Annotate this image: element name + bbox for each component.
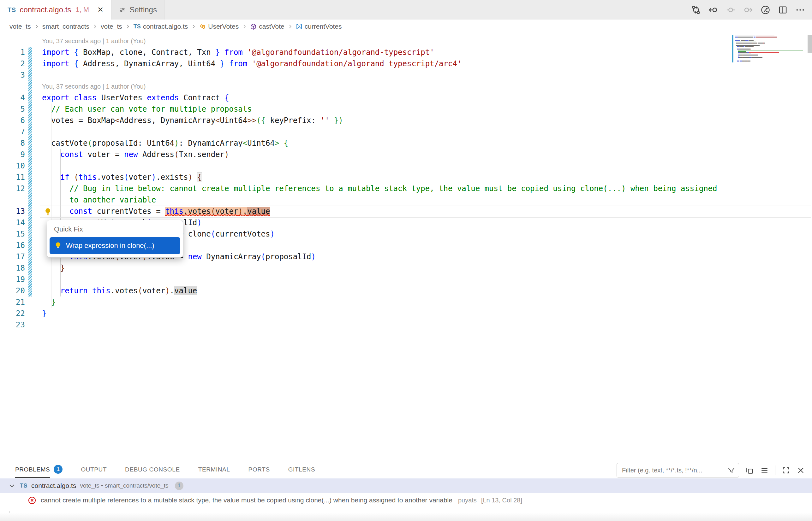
- maximize-panel-icon[interactable]: [782, 466, 790, 475]
- minimap-bar: [757, 57, 762, 58]
- error-squiggle-span: this.votes(voter).value: [165, 207, 270, 216]
- tab-title: Settings: [129, 5, 157, 14]
- minimap[interactable]: [732, 34, 807, 460]
- code-line[interactable]: 23: [0, 319, 732, 331]
- code-line[interactable]: 12 // Bug in line below: cannot create m…: [0, 183, 732, 194]
- problems-filter-input[interactable]: [621, 467, 725, 474]
- code-text: castVote(proposalId: Uint64): DynamicArr…: [42, 137, 288, 149]
- split-editor-icon[interactable]: [778, 5, 788, 15]
- run-or-debug-icon[interactable]: [761, 5, 770, 15]
- more-actions-icon[interactable]: [795, 5, 805, 15]
- code-text: You, 37 seconds ago | 1 author (You): [42, 35, 146, 47]
- line-number: 3: [0, 69, 25, 81]
- problems-filter[interactable]: [617, 463, 739, 477]
- code-line[interactable]: 20 return this.votes(voter).value: [0, 285, 732, 296]
- code-line[interactable]: 3: [0, 69, 732, 81]
- code-line[interactable]: 11 if (this.votes(voter).exists) {: [0, 172, 732, 183]
- blame-annotation-row[interactable]: You, 37 seconds ago | 1 author (You): [0, 35, 732, 47]
- minimap-bar: [738, 52, 740, 53]
- breadcrumb-item-class[interactable]: UserVotes: [199, 23, 239, 30]
- view-as-table-icon[interactable]: [760, 466, 769, 475]
- minimap-bar: [736, 42, 756, 42]
- problems-count-badge: 1: [54, 465, 63, 474]
- navigate-back-icon[interactable]: [708, 5, 718, 15]
- tab-settings[interactable]: Settings: [111, 0, 165, 20]
- breadcrumb-item-method[interactable]: castVote: [250, 23, 284, 30]
- panel-tab-gitlens[interactable]: GITLENS: [288, 461, 315, 478]
- code-line[interactable]: 21 }: [0, 296, 732, 308]
- panel-tab-ports[interactable]: PORTS: [249, 461, 270, 478]
- code-line[interactable]: 22}: [0, 308, 732, 319]
- settings-sliders-icon: [119, 7, 126, 13]
- minimap-bar: [743, 43, 752, 43]
- blame-annotation-row[interactable]: You, 37 seconds ago | 1 author (You): [0, 81, 732, 92]
- close-panel-icon[interactable]: [796, 466, 805, 475]
- breadcrumb-item[interactable]: vote_ts: [9, 23, 31, 30]
- code-line[interactable]: to another variable: [0, 194, 732, 206]
- panel-tab-output[interactable]: OUTPUT: [81, 461, 107, 478]
- code-line[interactable]: 2import { Address, DynamicArray, Uint64 …: [0, 58, 732, 69]
- code-text: export class UserVotes extends Contract …: [42, 92, 229, 104]
- problems-file-path: vote_ts • smart_contracts/vote_ts: [80, 482, 168, 489]
- breadcrumb-item[interactable]: vote_ts: [101, 23, 122, 30]
- minimap-bar: [759, 45, 760, 46]
- code-line[interactable]: 10: [0, 160, 732, 172]
- line-number: [0, 81, 25, 92]
- bottom-panel: PROBLEMS 1 OUTPUT DEBUG CONSOLE TERMINAL…: [0, 460, 812, 521]
- minimap-bar: [738, 53, 746, 54]
- minimap-bar: [745, 40, 749, 41]
- problems-file-row[interactable]: TS contract.algo.ts vote_ts • smart_cont…: [0, 478, 812, 493]
- minimap-bar: [749, 46, 753, 47]
- code-line[interactable]: 5 // Each user can vote for multiple pro…: [0, 104, 732, 115]
- code-line[interactable]: 9 const voter = new Address(Txn.sender): [0, 149, 732, 160]
- code-text: }: [42, 308, 46, 319]
- minimap-bar: [740, 45, 748, 46]
- line-number: 23: [0, 319, 25, 331]
- filter-icon[interactable]: [727, 466, 735, 475]
- lightbulb-icon[interactable]: [44, 207, 52, 216]
- minimap-bar: [749, 45, 755, 46]
- tab-title: contract.algo.ts: [20, 5, 71, 14]
- line-number: 19: [0, 274, 25, 285]
- problems-file-name: contract.algo.ts: [31, 482, 76, 490]
- editor-scrollbar-thumb[interactable]: [808, 35, 812, 53]
- breadcrumb-item-variable[interactable]: currentVotes: [296, 23, 342, 30]
- breadcrumb-item-file[interactable]: TS contract.algo.ts: [133, 23, 188, 30]
- panel-bottom-fade: [0, 513, 812, 521]
- line-number: 13: [0, 206, 25, 217]
- chevron-right-icon: [191, 24, 196, 29]
- code-line[interactable]: 1import { BoxMap, clone, Contract, Txn }…: [0, 47, 732, 58]
- code-line[interactable]: 8 castVote(proposalId: Uint64): DynamicA…: [0, 137, 732, 149]
- copy-icon[interactable]: [745, 466, 754, 475]
- code-line[interactable]: 6 votes = BoxMap<Address, DynamicArray<U…: [0, 115, 732, 126]
- chevron-down-icon[interactable]: [7, 481, 16, 490]
- minimap-bar: [745, 46, 748, 47]
- panel-tab-problems[interactable]: PROBLEMS 1: [15, 461, 63, 478]
- code-line[interactable]: 19: [0, 274, 732, 285]
- line-number: 18: [0, 263, 25, 274]
- minimap-bar: [764, 43, 765, 43]
- code-editor[interactable]: You, 37 seconds ago | 1 author (You)1imp…: [0, 33, 812, 460]
- close-tab-icon[interactable]: ✕: [97, 5, 104, 14]
- git-compare-icon[interactable]: [691, 5, 701, 15]
- line-number: [0, 194, 25, 206]
- line-number: 4: [0, 92, 25, 104]
- panel-tabs: PROBLEMS 1 OUTPUT DEBUG CONSOLE TERMINAL…: [15, 460, 315, 478]
- code-line[interactable]: 18 }: [0, 263, 732, 274]
- code-text: return this.votes(voter).value: [42, 285, 197, 296]
- panel-tab-debug-console[interactable]: DEBUG CONSOLE: [125, 461, 180, 478]
- minimap-bar: [745, 61, 747, 61]
- code-line[interactable]: 4export class UserVotes extends Contract…: [0, 92, 732, 104]
- problem-row-error[interactable]: cannot create multiple references to a m…: [0, 493, 812, 507]
- minimap-bar: [750, 53, 751, 54]
- code-line[interactable]: 7: [0, 126, 732, 137]
- minimap-bar: [736, 62, 736, 63]
- tab-contract-algo-ts[interactable]: TS contract.algo.ts 1, M ✕: [0, 0, 111, 20]
- breadcrumb-item[interactable]: smart_contracts: [42, 23, 89, 30]
- panel-tab-terminal[interactable]: TERMINAL: [198, 461, 230, 478]
- code-line[interactable]: 13 const currentVotes = this.votes(voter…: [0, 206, 732, 217]
- ts-file-icon: TS: [20, 482, 27, 489]
- minimap-bar: [743, 57, 745, 58]
- quick-fix-item-selected[interactable]: Wrap expression in clone(...): [49, 237, 180, 254]
- symbol-variable-icon: [296, 23, 302, 30]
